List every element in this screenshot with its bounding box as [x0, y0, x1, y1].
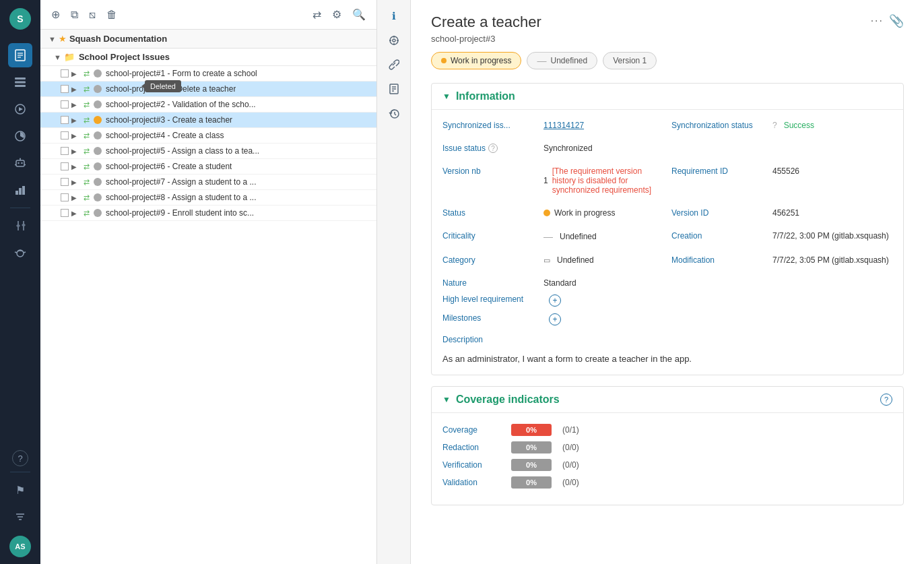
collapse-info-icon[interactable]: ▼	[442, 92, 451, 101]
sync-icon: ⇄	[81, 116, 91, 125]
item-checkbox[interactable]	[61, 209, 69, 217]
note-tool[interactable]	[383, 78, 405, 100]
section-header-coverage: ▼ Coverage indicators ?	[432, 387, 903, 413]
tree-item[interactable]: ▶ ⇄ school-project#3 - Create a teacher	[40, 113, 376, 128]
folder-title: School Project Issues	[79, 52, 170, 62]
creation-label: Creation	[671, 231, 772, 241]
expand-icon: ▶	[71, 210, 79, 217]
expand-icon: ▶	[71, 163, 79, 170]
validation-count: (0/0)	[562, 478, 579, 487]
nav-item-bug[interactable]	[8, 241, 32, 265]
attachment-button[interactable]: 📎	[889, 13, 904, 28]
add-item-icon[interactable]: ⊕	[48, 5, 63, 24]
item-checkbox[interactable]	[61, 162, 69, 170]
status-dot	[543, 210, 550, 216]
item-checkbox[interactable]	[61, 100, 69, 108]
user-avatar[interactable]: AS	[9, 536, 31, 557]
nature-row: Nature Standard	[442, 278, 892, 288]
sync-status-help[interactable]: ?	[772, 121, 777, 130]
delete-icon[interactable]: 🗑	[104, 6, 120, 24]
redaction-bar: 0%	[511, 441, 552, 453]
status-indicator	[94, 147, 102, 155]
nav-item-flag[interactable]: ⚑	[8, 478, 32, 502]
tree-item[interactable]: ▶ ⇄ school-project#9 - Enroll student in…	[40, 206, 376, 221]
nav-item-chart[interactable]	[8, 124, 32, 148]
nav-item-list[interactable]	[8, 70, 32, 94]
item-checkbox[interactable]	[61, 69, 69, 77]
status-indicator	[94, 116, 102, 124]
nav-item-bar-chart[interactable]	[8, 178, 32, 202]
tree-item[interactable]: ▶ ⇄ school-project#2 - Validation of the…	[40, 97, 376, 113]
svg-rect-12	[16, 160, 24, 166]
svg-line-25	[24, 252, 26, 253]
collapse-coverage-icon[interactable]: ▼	[442, 395, 451, 404]
copy-icon[interactable]: ⧉	[68, 6, 81, 24]
sync-issue-link[interactable]: 111314127	[543, 121, 584, 130]
milestones-label: Milestones	[442, 313, 543, 323]
req-id-value: 455526	[772, 166, 799, 176]
collapse-project-icon[interactable]: ▼	[48, 35, 56, 43]
coverage-label: Coverage	[442, 425, 503, 435]
category-row: Category ▭ Undefined	[442, 255, 663, 265]
nav-item-help[interactable]: ?	[12, 450, 28, 466]
collapse-folder-icon[interactable]: ▼	[54, 53, 61, 61]
status-badge[interactable]: Work in progress	[431, 52, 521, 69]
version-nb-label: Version nb	[442, 166, 543, 176]
item-checkbox[interactable]	[61, 147, 69, 155]
nav-item-docs[interactable]	[8, 43, 32, 67]
version-note: [The requirement version history is disa…	[552, 166, 663, 195]
history-tool[interactable]	[383, 102, 405, 124]
tree-item[interactable]: ▶ ⇄ school-project#7 - Assign a student …	[40, 175, 376, 190]
modification-row: Modification 7/7/22, 3:05 PM (gitlab.xsq…	[671, 255, 892, 265]
settings-icon[interactable]: ⚙	[329, 5, 344, 24]
verification-bar: 0%	[511, 459, 552, 471]
target-tool[interactable]	[383, 30, 405, 51]
add-milestone-button[interactable]: +	[549, 313, 561, 325]
criticality-badge[interactable]: — Undefined	[527, 52, 597, 69]
sync-issue-label: Synchronized iss...	[442, 121, 543, 130]
tree-item[interactable]: ▶ ⇄ school-project#6 - Create a student	[40, 159, 376, 175]
tree-item[interactable]: ▶ ⇄ school-project#10 - Delete a teacher…	[40, 82, 376, 97]
nav-item-play[interactable]	[8, 97, 32, 121]
more-options-button[interactable]: ···	[871, 15, 884, 27]
project-ref: school-project#3	[431, 34, 904, 44]
item-checkbox[interactable]	[61, 131, 69, 139]
item-label: school-project#1 - Form to create a scho…	[106, 69, 257, 78]
nav-item-filter[interactable]	[8, 505, 32, 529]
project-title: Squash Documentation	[69, 34, 167, 44]
item-checkbox[interactable]	[61, 116, 69, 124]
paste-icon[interactable]: ⧅	[86, 6, 98, 24]
status-badges: Work in progress — Undefined Version 1	[431, 52, 904, 69]
svg-point-30	[393, 39, 395, 42]
coverage-header-left: ▼ Coverage indicators	[442, 394, 560, 406]
creation-value: 7/7/22, 3:00 PM (gitlab.xsquash)	[772, 231, 889, 241]
tree-item[interactable]: ▶ ⇄ school-project#5 - Assign a class to…	[40, 144, 376, 159]
search-icon[interactable]: 🔍	[350, 5, 368, 24]
version-badge[interactable]: Version 1	[603, 52, 657, 69]
app-logo[interactable]: S	[8, 7, 32, 31]
nav-item-robot[interactable]	[8, 151, 32, 175]
issue-status-help[interactable]: ?	[488, 144, 498, 153]
transfer-icon[interactable]: ⇄	[310, 5, 324, 24]
status-dot	[441, 58, 447, 63]
tree-item[interactable]: ▶ ⇄ school-project#4 - Create a class	[40, 128, 376, 144]
modification-label: Modification	[671, 255, 772, 265]
sync-issue-row: Synchronized iss... 111314127	[442, 121, 663, 130]
item-label: school-project#2 - Validation of the sch…	[106, 100, 256, 109]
tree-item[interactable]: ▶ ⇄ school-project#8 - Assign a student …	[40, 190, 376, 206]
add-hlr-button[interactable]: +	[549, 294, 561, 307]
item-checkbox[interactable]	[61, 193, 69, 201]
criticality-value: — Undefined	[543, 231, 597, 242]
item-checkbox[interactable]	[61, 178, 69, 186]
svg-point-16	[20, 158, 21, 160]
link-tool[interactable]	[383, 54, 405, 75]
item-checkbox[interactable]	[61, 85, 69, 93]
coverage-help-icon[interactable]: ?	[880, 394, 892, 406]
description-value: As an administrator, I want a form to cr…	[442, 348, 892, 364]
info-tool[interactable]: ℹ	[383, 5, 405, 27]
expand-icon: ▶	[71, 70, 79, 77]
svg-rect-21	[22, 186, 25, 195]
status-indicator	[94, 69, 102, 77]
tree-item[interactable]: ▶ ⇄ school-project#1 - Form to create a …	[40, 66, 376, 82]
nav-item-tools[interactable]	[8, 214, 32, 238]
